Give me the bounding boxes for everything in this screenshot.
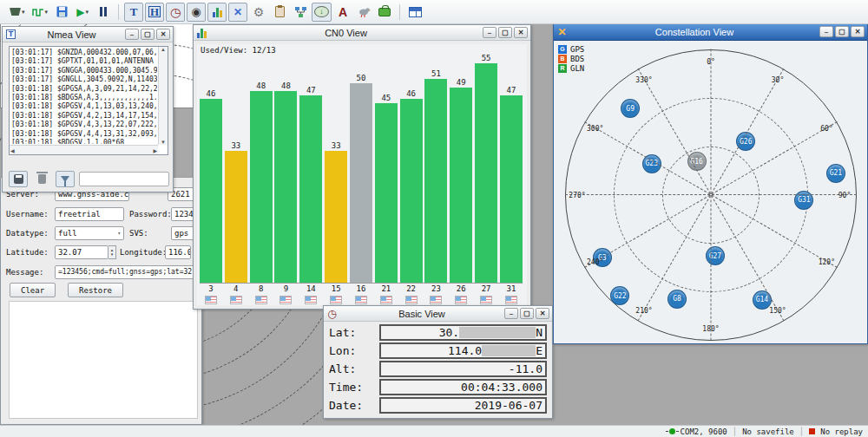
target-icon: ◉ [191,5,201,18]
minimize-button[interactable]: – [483,27,496,38]
save-button[interactable] [52,3,71,22]
maximize-button[interactable]: ▢ [141,29,155,40]
longitude-input[interactable]: 116.0 [165,245,191,259]
horizontal-scrollbar[interactable]: ◀ ▶ [10,145,158,154]
scroll-down-icon[interactable]: ▼ [161,140,166,145]
clear-log-button[interactable] [32,171,51,187]
layout-button[interactable] [405,3,424,22]
skyview-toggle[interactable]: ◉ [187,3,206,22]
minimize-button[interactable]: – [504,308,518,319]
cn0-bar [450,88,472,283]
filter-button[interactable] [56,171,75,187]
cn0-titlebar[interactable]: CN0 View – ▢ ✕ [194,25,530,41]
signal-button[interactable]: ▾ [30,3,51,22]
cn0-bar-column: 33 [325,141,347,283]
bird-button[interactable] [354,3,373,22]
us-flag-icon [380,296,392,304]
legend-row: BBDS [558,54,584,63]
floppy-icon [56,6,68,17]
window-basic-view: ◷ Basic View – ▢ ✕ Lat:30.NLon:114.0EAlt… [323,305,553,419]
bar-value-label: 47 [306,86,316,95]
minimize-button[interactable]: – [819,26,833,37]
legend-label: GPS [570,45,584,54]
maximize-button[interactable]: ▢ [835,26,849,37]
username-input[interactable]: freetrial [55,207,124,221]
scroll-up-icon[interactable]: ▲ [161,47,166,52]
latitude-input[interactable]: 32.07 [55,245,108,259]
nmea-log-area[interactable]: [03:01:17] $GNZDA,000432.000,07,06,2019[… [9,46,168,155]
us-flag-icon [430,296,442,304]
cn0-bar-column: 45 [375,94,398,283]
bar-value-label: 50 [357,74,366,82]
play-button[interactable]: ▶▾ [73,3,92,22]
minimize-button[interactable]: – [125,29,139,40]
filter-input[interactable] [79,172,169,186]
config-output-panel [9,301,198,419]
log-save-button[interactable] [9,171,28,187]
clipboard-icon [275,6,285,17]
system-chip-icon: G [558,45,567,54]
close-button[interactable]: ✕ [851,26,865,37]
status-separator: │ [799,427,804,436]
latitude-spinner[interactable]: ▴▾ [108,245,116,259]
bird-icon [357,6,371,18]
main-toolbar: ▾ ▾ ▶▾ T H ◷ ◉ ✕ ⚙ ↓ A [0,0,868,24]
restore-button[interactable]: Restore [68,283,123,297]
prn-label: 23 [424,284,447,294]
pause-button[interactable] [94,3,113,22]
close-button[interactable]: ✕ [156,29,170,40]
latitude-label: Latitude: [6,248,55,257]
settings-button[interactable]: ⚙ [249,3,268,22]
nmea-view-toggle[interactable]: T [124,3,143,22]
basic-field-label: Date: [329,399,379,412]
basic-titlebar[interactable]: ◷ Basic View – ▢ ✕ [324,306,552,322]
close-button[interactable]: ✕ [536,308,549,319]
header-view-toggle[interactable]: H [145,3,164,22]
username-label: Username: [6,210,55,218]
vertical-scrollbar[interactable]: ▲ ▼ [158,47,168,145]
maximize-button[interactable]: ▢ [498,27,512,38]
nmea-toolbar [9,170,169,187]
prn-label: 9 [274,284,297,294]
close-button[interactable]: ✕ [514,27,528,38]
nmea-titlebar[interactable]: T Nmea View – ▢ ✕ [3,27,173,42]
latitude-row: Latitude: 32.07 ▴▾ Longitude: 116.0 [6,245,200,259]
nmea-log[interactable]: [03:01:17] $GNZDA,000432.000,07,06,2019[… [11,49,157,144]
connect-button[interactable]: ▾ [7,3,28,22]
cn0-window-icon [196,27,207,38]
us-flag-icon [480,296,492,304]
message-input[interactable]: =123456;cmd=full;gnss=gps;lat=32.07 [55,265,200,279]
prn-label: 3 [200,284,222,294]
scroll-left-icon[interactable]: ◀ [10,147,15,153]
azimuth-label: 0° [707,58,715,66]
value-text: 114.0 [448,344,482,357]
prn-label: 4 [225,284,247,294]
cn0-bar-column: 55 [475,54,497,283]
bar-value-label: 47 [507,86,516,95]
spin-down-icon[interactable]: ▾ [111,252,114,257]
constellation-view-toggle[interactable]: ✕ [228,3,247,22]
clipboard-button[interactable] [270,3,289,22]
basic-rows: Lat:30.NLon:114.0EAlt:-11.0Time:00:04:33… [329,324,547,415]
download-button[interactable]: ↓ [312,3,332,22]
basic-view-toggle[interactable]: ◷ [166,3,185,22]
agnss-button[interactable]: A [333,3,352,22]
maximize-button[interactable]: ▢ [520,308,534,319]
tree-button[interactable] [291,3,310,22]
toolbox-button[interactable] [375,3,394,22]
bar-value-label: 46 [207,89,216,98]
satellite-G16: G16 [687,152,707,171]
gear-icon: ⚙ [253,5,265,19]
cn0-view-toggle[interactable] [207,3,227,22]
nmea-log-line: [03:01:17] $GNZDA,000432.000,07,06,2019 [11,49,157,57]
flag-cell [375,296,398,305]
longitude-label: Longitude: [120,248,165,257]
clear-button[interactable]: Clear [10,283,56,297]
redaction-mask [482,345,536,356]
window-ntrip-config: Server: www.gnss-aide.com 2621 Username:… [0,178,202,425]
basic-row: Alt:-11.0 [329,361,547,377]
datatype-select[interactable]: full ▾ [55,226,124,240]
nmea-title: Nmea View [18,29,125,40]
scroll-right-icon[interactable]: ▶ [153,147,157,153]
constellation-titlebar[interactable]: ✕ Constellation View – ▢ ✕ [554,23,867,41]
